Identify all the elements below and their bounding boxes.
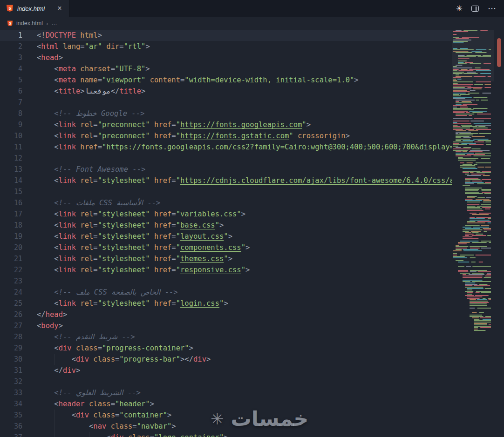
line-content: </head> — [37, 309, 67, 320]
token: " — [176, 121, 180, 129]
code-line[interactable]: 14 <link rel="stylesheet" href="https://… — [0, 175, 504, 186]
code-line[interactable]: 20 <link rel="stylesheet" href="componen… — [0, 242, 504, 253]
code-line[interactable]: 12 — [0, 153, 504, 164]
line-number[interactable]: 3 — [0, 52, 22, 63]
code-line[interactable]: 23 — [0, 276, 504, 287]
line-number[interactable]: 1 — [0, 30, 22, 41]
code-line[interactable]: 9 <link rel="preconnect" href="https://f… — [0, 119, 504, 130]
minimap[interactable] — [452, 30, 494, 437]
code-line[interactable]: 7 — [0, 97, 504, 108]
code-line[interactable]: 13 <!-- Font Awesome --> — [0, 164, 504, 175]
line-number[interactable]: 20 — [0, 242, 22, 253]
token: " — [215, 221, 219, 229]
code-line[interactable]: 10 <link rel="preconnect" href="https://… — [0, 130, 504, 141]
line-number[interactable]: 19 — [0, 231, 22, 242]
code-line[interactable]: 17 <link rel="stylesheet" href="variable… — [0, 208, 504, 220]
code-line[interactable]: 4 <meta charset="UTF-8"> — [0, 63, 504, 74]
line-number[interactable]: 4 — [0, 63, 22, 74]
line-number[interactable]: 27 — [0, 320, 22, 331]
code-line[interactable]: 8 <!-- خطوط Google --> — [0, 108, 504, 119]
line-number[interactable]: 29 — [0, 343, 22, 354]
line-number[interactable]: 16 — [0, 197, 22, 208]
code-line[interactable]: 16 <!-- ملفات CSS الأساسية --> — [0, 197, 504, 208]
line-number[interactable]: 36 — [0, 421, 22, 432]
code-line[interactable]: 26</head> — [0, 309, 504, 320]
code-line[interactable]: 25 <link rel="stylesheet" href="login.cs… — [0, 298, 504, 309]
tab-index-html[interactable]: 5 index.html × — [0, 0, 70, 17]
line-number[interactable]: 9 — [0, 119, 22, 130]
scrollbar-thumb[interactable] — [497, 38, 501, 67]
line-number[interactable]: 15 — [0, 186, 22, 197]
line-number[interactable]: 33 — [0, 387, 22, 398]
line-number[interactable]: 23 — [0, 276, 22, 287]
close-icon[interactable]: × — [56, 5, 63, 12]
line-number[interactable]: 32 — [0, 376, 22, 387]
code-line[interactable]: 31 </div> — [0, 365, 504, 376]
split-editor-icon[interactable] — [471, 6, 479, 12]
line-number[interactable]: 11 — [0, 141, 22, 153]
line-number[interactable]: 8 — [0, 108, 22, 119]
chatgpt-icon[interactable]: ✳ — [456, 4, 463, 13]
line-number[interactable]: 21 — [0, 253, 22, 264]
code-line[interactable]: 21 <link rel="stylesheet" href="themes.c… — [0, 253, 504, 264]
code-line[interactable]: 24 <!-- ملف CSS الخاص بالصفحة --> — [0, 287, 504, 298]
line-number[interactable]: 18 — [0, 220, 22, 231]
editor[interactable]: 1<!DOCTYPE html>2<html lang="ar" dir="rt… — [0, 30, 504, 437]
line-number[interactable]: 24 — [0, 287, 22, 298]
code-line[interactable]: 30 <div class="progress-bar"></div> — [0, 354, 504, 365]
code-line[interactable]: 34 <header class="header"> — [0, 398, 504, 410]
code-line[interactable]: 19 <link rel="stylesheet" href="layout.c… — [0, 231, 504, 242]
indent-guide — [54, 354, 54, 365]
code-line[interactable]: 29 <div class="progress-container"> — [0, 343, 504, 354]
line-number[interactable]: 31 — [0, 365, 22, 376]
breadcrumb-file[interactable]: index.html — [16, 20, 43, 27]
line-number[interactable]: 17 — [0, 208, 22, 220]
code-line[interactable]: 28 <!-- شريط التقدم --> — [0, 331, 504, 343]
code-line[interactable]: 6 <title>موقعنا</title> — [0, 86, 504, 97]
line-number[interactable]: 34 — [0, 398, 22, 410]
code-line[interactable]: 5 <meta name="viewport" content="width=d… — [0, 74, 504, 86]
token — [76, 243, 80, 252]
line-number[interactable]: 5 — [0, 74, 22, 86]
code-line[interactable]: 35 <div class="container"> — [0, 410, 504, 421]
line-number[interactable]: 26 — [0, 309, 22, 320]
code-line[interactable]: 36 <nav class="navbar"> — [0, 421, 504, 432]
line-number[interactable]: 22 — [0, 264, 22, 276]
token: rel — [80, 255, 93, 263]
token: = — [171, 210, 176, 218]
minimap-slider[interactable] — [452, 30, 494, 81]
line-number[interactable]: 35 — [0, 410, 22, 421]
line-number[interactable]: 25 — [0, 298, 22, 309]
line-number[interactable]: 12 — [0, 153, 22, 164]
code-line[interactable]: 1<!DOCTYPE html> — [0, 30, 504, 41]
more-actions-icon[interactable]: ⋯ — [488, 3, 497, 13]
code-line[interactable]: 15 — [0, 186, 504, 197]
line-content: <title>موقعنا</title> — [37, 86, 145, 97]
code-area[interactable]: 1<!DOCTYPE html>2<html lang="ar" dir="rt… — [0, 30, 504, 437]
line-number[interactable]: 14 — [0, 175, 22, 186]
code-line[interactable]: 11 <link href="https://fonts.googleapis.… — [0, 141, 504, 153]
line-number[interactable]: 13 — [0, 164, 22, 175]
scrollbar-track[interactable] — [494, 30, 504, 437]
line-number[interactable]: 7 — [0, 97, 22, 108]
code-line[interactable]: 22 <link rel="stylesheet" href="responsi… — [0, 264, 504, 276]
breadcrumb-symbols[interactable]: … — [51, 20, 57, 27]
line-content: <meta name="viewport" content="width=dev… — [37, 74, 359, 86]
line-number[interactable]: 10 — [0, 130, 22, 141]
code-line[interactable]: 2<html lang="ar" dir="rtl"> — [0, 41, 504, 52]
line-content: <div class="logo-container"> — [37, 432, 228, 437]
line-number[interactable]: 28 — [0, 331, 22, 343]
code-line[interactable]: 18 <link rel="stylesheet" href="base.css… — [0, 220, 504, 231]
token — [89, 411, 93, 419]
code-line[interactable]: 33 <!-- الشريط العلوي --> — [0, 387, 504, 398]
code-line[interactable]: 27<body> — [0, 320, 504, 331]
code-line[interactable]: 37 <div class="logo-container"> — [0, 432, 504, 437]
token — [124, 433, 128, 437]
line-number[interactable]: 6 — [0, 86, 22, 97]
line-number[interactable]: 2 — [0, 41, 22, 52]
code-line[interactable]: 32 — [0, 376, 504, 387]
line-number[interactable]: 37 — [0, 432, 22, 437]
line-content: <header class="header"> — [37, 398, 154, 410]
code-line[interactable]: 3<head> — [0, 52, 504, 63]
line-number[interactable]: 30 — [0, 354, 22, 365]
